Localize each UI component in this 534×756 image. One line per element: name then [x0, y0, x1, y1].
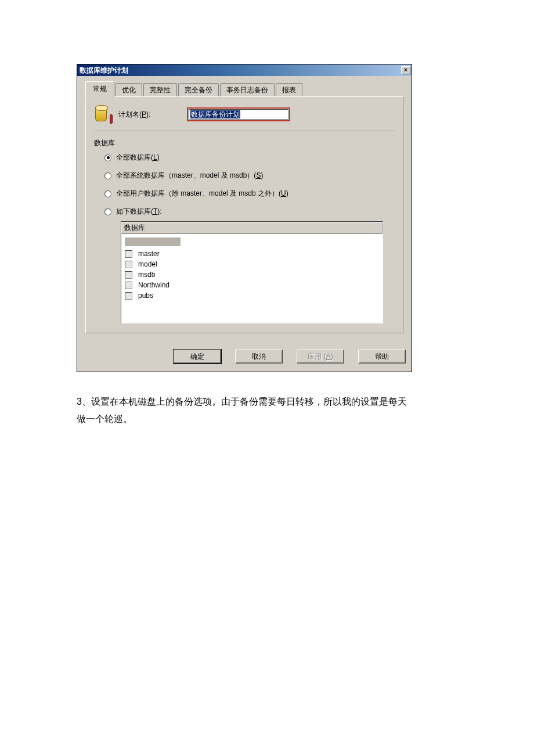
dialog-title: 数据库维护计划 — [80, 66, 401, 75]
database-section-label: 数据库 — [94, 138, 395, 148]
cancel-button[interactable]: 取消 — [235, 350, 283, 363]
checkbox-icon[interactable] — [125, 250, 132, 258]
tab-full-backup[interactable]: 完全备份 — [178, 83, 219, 97]
list-item-label: Northwind — [138, 281, 169, 289]
checkbox-icon[interactable] — [125, 292, 132, 300]
database-icon — [94, 105, 113, 124]
list-item[interactable]: pubs — [125, 290, 379, 301]
caption-text: 3、设置在本机磁盘上的备份选项。由于备份需要每日转移，所以我的设置是每天做一个轮… — [77, 393, 413, 429]
list-item[interactable]: msdb — [125, 269, 379, 280]
titlebar[interactable]: 数据库维护计划 × — [77, 64, 412, 76]
radio-icon — [104, 172, 111, 179]
maintenance-plan-dialog: 数据库维护计划 × 常规 优化 完整性 完全备份 亊务日志备份 报表 — [77, 64, 412, 372]
radio-all-databases[interactable]: 全部数据库(L) — [104, 153, 395, 163]
plan-name-label: 计划名(P): — [118, 110, 181, 120]
list-item[interactable]: master — [125, 249, 379, 259]
list-item[interactable]: Northwind — [125, 280, 379, 290]
radio-icon — [104, 208, 111, 215]
list-item-label: msdb — [138, 271, 155, 279]
tab-optimize[interactable]: 优化 — [116, 83, 142, 97]
tab-txlog-backup[interactable]: 亊务日志备份 — [220, 83, 275, 97]
tab-integrity[interactable]: 完整性 — [143, 83, 177, 97]
ok-button[interactable]: 确定 — [174, 350, 221, 363]
close-icon[interactable]: × — [401, 66, 410, 74]
list-item-label: model — [138, 260, 157, 268]
plan-name-value: 数据库备份计划 — [190, 110, 240, 118]
radio-icon — [104, 154, 111, 161]
plan-name-highlight-box: 数据库备份计划 — [187, 107, 290, 121]
database-list-selected-row[interactable] — [125, 237, 181, 246]
list-item-label: master — [138, 250, 160, 258]
help-button[interactable]: 帮助 — [358, 350, 406, 363]
checkbox-icon[interactable] — [125, 271, 132, 279]
tab-strip: 常规 优化 完整性 完全备份 亊务日志备份 报表 — [85, 82, 403, 97]
list-item-label: pubs — [138, 291, 153, 300]
database-list-header[interactable]: 数据库 — [121, 222, 383, 234]
apply-button: 应用 (A) — [297, 350, 344, 363]
checkbox-icon[interactable] — [125, 282, 132, 289]
radio-icon — [104, 190, 111, 197]
plan-name-input[interactable]: 数据库备份计划 — [189, 109, 288, 120]
radio-these-databases[interactable]: 如下数据库(T): — [104, 207, 395, 217]
dialog-buttons: 确定 取消 应用 (A) 帮助 — [77, 341, 412, 372]
list-item[interactable]: model — [125, 259, 379, 269]
radio-system-databases[interactable]: 全部系统数据库（master、model 及 msdb）(S) — [104, 171, 395, 181]
tab-panel-general: 计划名(P): 数据库备份计划 数据库 全部数据库(L) — [85, 96, 403, 333]
database-list[interactable]: 数据库 master model msdb — [121, 221, 383, 323]
radio-user-databases[interactable]: 全部用户数据库（除 master、model 及 msdb 之外）(U) — [104, 189, 395, 199]
tab-general[interactable]: 常规 — [85, 81, 114, 97]
checkbox-icon[interactable] — [125, 261, 132, 268]
tab-report[interactable]: 报表 — [276, 83, 302, 97]
